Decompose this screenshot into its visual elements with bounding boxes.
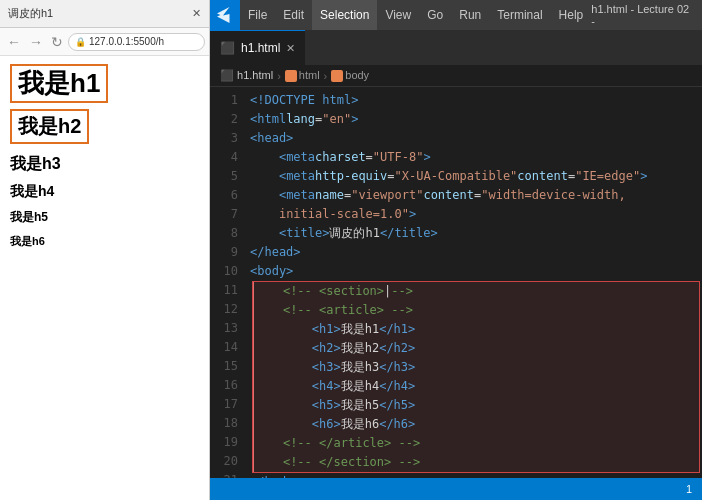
- browser-titlebar: 调皮的h1 ✕: [0, 0, 209, 28]
- heading-h2: 我是h2: [10, 109, 89, 144]
- address-bar[interactable]: 🔒 127.0.0.1:5500/h: [68, 33, 205, 51]
- menu-go[interactable]: Go: [419, 0, 451, 30]
- code-line-3: <head>: [250, 129, 702, 148]
- tab-h1html[interactable]: ⬛ h1.html ✕: [210, 30, 305, 65]
- browser-toolbar: ← → ↻ 🔒 127.0.0.1:5500/h: [0, 28, 209, 56]
- heading-h1: 我是h1: [10, 64, 108, 103]
- code-line-2: <html lang="en">: [250, 110, 702, 129]
- breadcrumb: ⬛ h1.html › html › body: [210, 65, 702, 87]
- code-line-12: <h1>我是h1</h1>: [253, 320, 699, 339]
- code-line-5: <meta http-equiv="X-UA-Compatible" conte…: [250, 167, 702, 186]
- code-line-4: <meta charset="UTF-8">: [250, 148, 702, 167]
- code-line-8: </head>: [250, 243, 702, 262]
- line-numbers: 12345 6789 1011121314 1516171819 2021: [210, 87, 246, 478]
- lock-icon: 🔒: [75, 37, 86, 47]
- code-line-7: <title>调皮的h1</title>: [250, 224, 702, 243]
- menu-view[interactable]: View: [377, 0, 419, 30]
- url-text: 127.0.0.1:5500/h: [89, 36, 164, 47]
- code-line-6a: <meta name="viewport" content="width=dev…: [250, 186, 702, 205]
- code-line-20: </body>: [250, 473, 702, 478]
- code-line-1: <!DOCTYPE html>: [250, 91, 702, 110]
- breadcrumb-file: ⬛ h1.html: [220, 69, 273, 82]
- menu-help[interactable]: Help: [551, 0, 592, 30]
- heading-h5: 我是h5: [10, 209, 199, 226]
- code-line-19: <!-- </section> -->: [253, 453, 699, 472]
- code-line-16: <h5>我是h5</h5>: [253, 396, 699, 415]
- code-line-10: <!-- <section>| -->: [253, 282, 699, 301]
- menu-file[interactable]: File: [240, 0, 275, 30]
- forward-button[interactable]: →: [26, 34, 46, 50]
- vscode-logo: [210, 0, 240, 30]
- breadcrumb-sep-1: ›: [277, 70, 281, 82]
- svg-rect-0: [285, 70, 297, 82]
- vscode-panel: File Edit Selection View Go Run Terminal…: [210, 0, 702, 500]
- reload-button[interactable]: ↻: [48, 34, 66, 50]
- svg-rect-1: [331, 70, 343, 82]
- heading-h3: 我是h3: [10, 154, 199, 175]
- editor-area[interactable]: 12345 6789 1011121314 1516171819 2021 <!…: [210, 87, 702, 478]
- menu-bar: File Edit Selection View Go Run Terminal…: [210, 0, 591, 30]
- code-line-9: <body>: [250, 262, 702, 281]
- browser-title: 调皮的h1: [8, 6, 192, 21]
- code-content[interactable]: <!DOCTYPE html> <html lang="en"> <head> …: [246, 87, 702, 478]
- editor-tabs: ⬛ h1.html ✕: [210, 30, 702, 65]
- breadcrumb-body: body: [331, 69, 369, 82]
- code-line-6b: initial-scale=1.0">: [250, 205, 702, 224]
- menu-run[interactable]: Run: [451, 0, 489, 30]
- vscode-menubar: File Edit Selection View Go Run Terminal…: [210, 0, 702, 30]
- code-line-18: <!-- </article> -->: [253, 434, 699, 453]
- back-button[interactable]: ←: [4, 34, 24, 50]
- window-title: h1.html - Lecture 02 -: [591, 3, 702, 27]
- code-line-17: <h6>我是h6</h6>: [253, 415, 699, 434]
- tab-label: h1.html: [241, 41, 280, 55]
- code-line-15: <h4>我是h4</h4>: [253, 377, 699, 396]
- breadcrumb-html: html: [285, 69, 320, 82]
- heading-h4: 我是h4: [10, 183, 199, 201]
- html-file-icon: ⬛: [220, 41, 235, 55]
- code-line-13: <h2>我是h2</h2>: [253, 339, 699, 358]
- browser-panel: 调皮的h1 ✕ ← → ↻ 🔒 127.0.0.1:5500/h 我是h1 我是…: [0, 0, 210, 500]
- heading-h6: 我是h6: [10, 234, 199, 249]
- menu-edit[interactable]: Edit: [275, 0, 312, 30]
- browser-content: 我是h1 我是h2 我是h3 我是h4 我是h5 我是h6: [0, 56, 209, 500]
- code-line-14: <h3>我是h3</h3>: [253, 358, 699, 377]
- menu-terminal[interactable]: Terminal: [489, 0, 550, 30]
- browser-close-button[interactable]: ✕: [192, 7, 201, 20]
- tab-close-button[interactable]: ✕: [286, 42, 295, 55]
- breadcrumb-sep-2: ›: [324, 70, 328, 82]
- menu-selection[interactable]: Selection: [312, 0, 377, 30]
- page-number: 1: [686, 483, 692, 495]
- code-line-11: <!-- <article> -->: [253, 301, 699, 320]
- statusbar: 1: [210, 478, 702, 500]
